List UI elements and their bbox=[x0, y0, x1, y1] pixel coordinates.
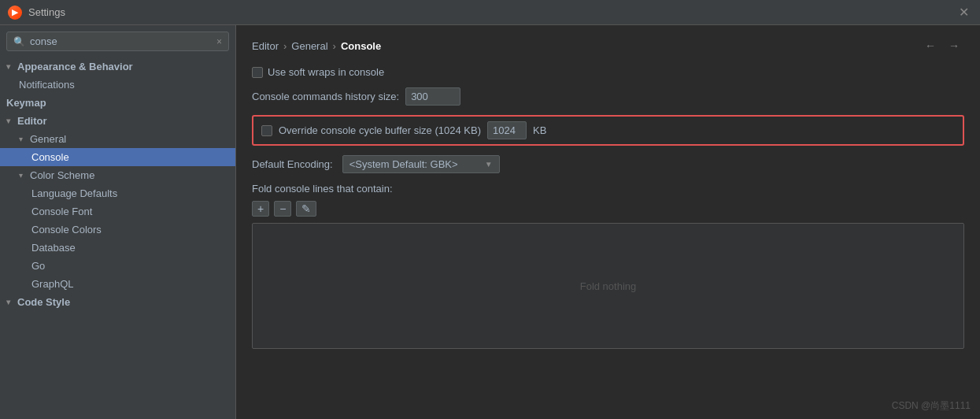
cycle-buffer-label: Override console cycle buffer size (1024… bbox=[279, 124, 481, 136]
history-size-input[interactable] bbox=[405, 87, 460, 106]
sidebar-item-color-scheme[interactable]: ▾ Color Scheme bbox=[0, 166, 235, 184]
breadcrumb: Editor › General › Console ← → bbox=[252, 38, 964, 54]
close-button[interactable]: ✕ bbox=[956, 5, 972, 20]
sidebar-item-label: Go bbox=[31, 260, 45, 272]
sidebar-item-label: Console Colors bbox=[31, 224, 102, 235]
sidebar-item-graphql[interactable]: GraphQL bbox=[0, 275, 235, 293]
sidebar-item-label: Code Style bbox=[17, 296, 70, 308]
chevron-down-icon: ▾ bbox=[19, 135, 27, 143]
breadcrumb-console: Console bbox=[341, 40, 381, 52]
search-clear-icon[interactable]: × bbox=[216, 36, 222, 47]
fold-add-button[interactable]: + bbox=[252, 201, 269, 217]
search-input[interactable] bbox=[30, 35, 212, 47]
sidebar-item-label: Notifications bbox=[19, 79, 75, 91]
content-nav-arrows: ← → bbox=[920, 38, 964, 54]
fold-edit-button[interactable]: ✎ bbox=[296, 201, 316, 217]
title-nav-arrows: ✕ bbox=[956, 5, 972, 20]
sidebar-item-appearance-behavior[interactable]: ▾ Appearance & Behavior bbox=[0, 57, 235, 76]
sidebar-item-console-font[interactable]: Console Font bbox=[0, 202, 235, 221]
soft-wraps-checkbox-wrapper: Use soft wraps in console bbox=[252, 66, 384, 78]
sidebar-item-code-style[interactable]: ▾ Code Style bbox=[0, 293, 235, 311]
sidebar-item-label: Keymap bbox=[6, 97, 46, 109]
sidebar-item-label: Language Defaults bbox=[31, 187, 117, 199]
sidebar-item-console-colors[interactable]: Console Colors bbox=[0, 221, 235, 239]
sidebar-item-label: Database bbox=[31, 242, 76, 254]
breadcrumb-sep-1: › bbox=[283, 40, 287, 52]
app-logo: ▶ bbox=[8, 6, 22, 20]
sidebar-item-go[interactable]: Go bbox=[0, 257, 235, 275]
sidebar-item-editor[interactable]: ▾ Editor bbox=[0, 112, 235, 130]
chevron-down-icon: ▾ bbox=[6, 298, 14, 306]
sidebar-item-label: Console bbox=[31, 151, 69, 163]
soft-wraps-label: Use soft wraps in console bbox=[268, 66, 384, 78]
main-container: 🔍 × ▾ Appearance & Behavior Notification… bbox=[0, 25, 980, 419]
cycle-buffer-checkbox[interactable] bbox=[261, 125, 272, 136]
history-size-label: Console commands history size: bbox=[252, 91, 399, 102]
sidebar-item-label: Appearance & Behavior bbox=[17, 61, 133, 72]
breadcrumb-general: General bbox=[291, 40, 327, 52]
fold-placeholder: Fold nothing bbox=[580, 280, 637, 292]
title-bar: ▶ Settings ✕ bbox=[0, 0, 980, 25]
cycle-buffer-unit: KB bbox=[533, 124, 546, 136]
fold-area: Fold nothing bbox=[252, 223, 964, 349]
soft-wraps-checkbox[interactable] bbox=[252, 67, 263, 78]
cycle-buffer-box: Override console cycle buffer size (1024… bbox=[252, 115, 964, 146]
sidebar-item-label: GraphQL bbox=[31, 278, 73, 290]
breadcrumb-sep-2: › bbox=[333, 40, 336, 52]
cycle-buffer-input[interactable] bbox=[487, 121, 527, 139]
window-title: Settings bbox=[28, 6, 65, 18]
fold-toolbar: + − ✎ bbox=[252, 201, 964, 217]
sidebar-item-console[interactable]: Console bbox=[0, 148, 235, 166]
fold-label: Fold console lines that contain: bbox=[252, 183, 964, 195]
chevron-down-icon: ▾ bbox=[19, 171, 27, 180]
sidebar-item-keymap[interactable]: Keymap bbox=[0, 94, 235, 112]
sidebar-item-label: Color Scheme bbox=[30, 169, 94, 181]
fold-section: Fold console lines that contain: + − ✎ F… bbox=[252, 183, 964, 349]
breadcrumb-editor: Editor bbox=[252, 40, 279, 52]
forward-arrow[interactable]: → bbox=[944, 38, 964, 54]
back-arrow[interactable]: ← bbox=[920, 38, 941, 54]
search-box[interactable]: 🔍 × bbox=[6, 32, 229, 51]
watermark: CSDN @尚墨1111 bbox=[892, 399, 971, 413]
sidebar-item-label: Console Font bbox=[31, 206, 92, 217]
soft-wraps-row: Use soft wraps in console bbox=[252, 66, 964, 78]
content-area: Editor › General › Console ← → Use soft … bbox=[236, 25, 980, 419]
encoding-value: <System Default: GBK> bbox=[349, 158, 458, 170]
sidebar-item-label: Editor bbox=[17, 115, 47, 127]
dropdown-arrow-icon: ▼ bbox=[485, 160, 493, 169]
chevron-down-icon: ▾ bbox=[6, 62, 14, 71]
sidebar: 🔍 × ▾ Appearance & Behavior Notification… bbox=[0, 25, 236, 419]
encoding-row: Default Encoding: <System Default: GBK> … bbox=[252, 155, 964, 173]
encoding-label: Default Encoding: bbox=[252, 158, 333, 170]
sidebar-item-database[interactable]: Database bbox=[0, 239, 235, 257]
chevron-down-icon: ▾ bbox=[6, 117, 14, 125]
search-icon: 🔍 bbox=[13, 36, 25, 47]
encoding-dropdown[interactable]: <System Default: GBK> ▼ bbox=[342, 155, 500, 173]
sidebar-item-language-defaults[interactable]: Language Defaults bbox=[0, 184, 235, 202]
sidebar-item-notifications[interactable]: Notifications bbox=[0, 76, 235, 94]
sidebar-item-label: General bbox=[30, 133, 66, 145]
sidebar-item-general[interactable]: ▾ General bbox=[0, 130, 235, 148]
fold-remove-button[interactable]: − bbox=[274, 201, 291, 217]
history-size-row: Console commands history size: bbox=[252, 87, 964, 106]
